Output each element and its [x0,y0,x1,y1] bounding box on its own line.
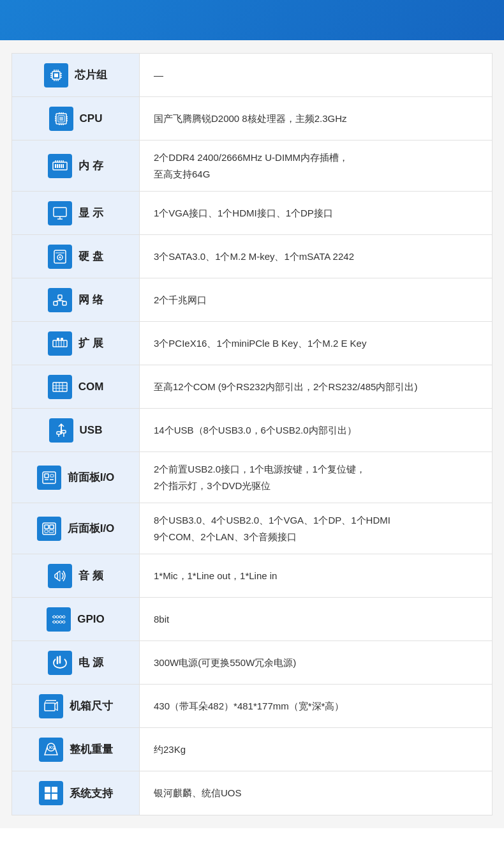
spec-label-text-com: COM [78,381,104,393]
svg-rect-100 [45,787,50,792]
spec-label-rear-io: 后面板I/O [12,503,140,554]
svg-rect-34 [63,164,64,168]
svg-point-84 [56,616,59,618]
svg-rect-72 [45,474,48,478]
spec-row-memory: 内 存2个DDR4 2400/2666MHz U-DIMM内存插槽，至高支持64… [12,140,492,192]
os-icon [39,781,63,805]
svg-rect-77 [45,525,48,529]
svg-rect-73 [50,474,54,477]
spec-label-display: 显 示 [12,192,140,234]
weight-icon: KG [39,738,63,762]
spec-row-gpio: GPIO8bit [12,598,492,641]
spec-label-text-rear-io: 后面板I/O [68,521,115,536]
spec-table-container: 芯片组—CPU国产飞腾腾锐D2000 8核处理器，主频2.3GHz内 存2个DD… [0,40,504,828]
spec-value-audio: 1*Mic，1*Line out，1*Line in [140,554,492,597]
svg-point-83 [53,616,56,618]
spec-row-weight: KG整机重量约23Kg [12,728,492,771]
spec-label-text-gpio: GPIO [77,613,105,626]
rear-io-icon [37,517,61,541]
spec-value-os: 银河麒麟、统信UOS [140,771,492,815]
spec-label-text-case-size: 机箱尺寸 [70,699,113,713]
spec-label-text-chipset: 芯片组 [75,68,107,82]
svg-rect-80 [49,530,54,533]
spec-value-front-io: 2个前置USB2.0接口，1个电源按键，1个复位键，2个指示灯，3个DVD光驱位 [140,452,492,503]
cpu-icon [49,107,73,131]
svg-rect-53 [53,340,67,347]
spec-label-text-front-io: 前面板I/O [68,470,115,485]
spec-value-weight: 约23Kg [140,728,492,771]
spec-label-cpu: CPU [12,97,140,140]
svg-point-45 [59,256,61,258]
gpio-icon [47,607,71,632]
spec-table: 芯片组—CPU国产飞腾腾锐D2000 8核处理器，主频2.3GHz内 存2个DD… [11,53,493,815]
page-wrapper: 芯片组—CPU国产飞腾腾锐D2000 8核处理器，主频2.3GHz内 存2个DD… [0,0,504,828]
spec-row-display: 显 示1个VGA接口、1个HDMI接口、1个DP接口 [12,192,492,235]
svg-point-89 [59,621,62,623]
svg-rect-59 [61,338,63,340]
spec-value-memory: 2个DDR4 2400/2666MHz U-DIMM内存插槽，至高支持64G [140,140,492,191]
spec-value-hdd: 3个SATA3.0、1个M.2 M-key、1个mSATA 2242 [140,235,492,278]
spec-label-text-weight: 整机重量 [70,742,113,757]
svg-line-52 [60,300,64,301]
spec-value-gpio: 8bit [140,598,492,640]
spec-value-usb: 14个USB（8个USB3.0，6个USB2.0内部引出） [140,409,492,451]
svg-rect-30 [55,164,56,168]
svg-rect-78 [50,525,54,529]
svg-rect-1 [54,73,58,77]
spec-label-text-hdd: 硬 盘 [78,249,103,264]
expansion-icon [48,331,72,356]
spec-row-usb: USB14个USB（8个USB3.0，6个USB2.0内部引出） [12,409,492,452]
spec-row-hdd: 硬 盘3个SATA3.0、1个M.2 M-key、1个mSATA 2242 [12,235,492,278]
svg-rect-92 [45,703,55,711]
spec-row-cpu: CPU国产飞腾腾锐D2000 8核处理器，主频2.3GHz [12,97,492,140]
spec-label-text-cpu: CPU [80,112,103,125]
svg-point-90 [63,621,65,623]
spec-row-power: 电 源300W电源(可更换550W冗余电源) [12,641,492,685]
spec-label-front-io: 前面板I/O [12,452,140,503]
spec-row-network: 网 络2个千兆网口 [12,278,492,322]
svg-rect-101 [52,787,57,792]
svg-rect-67 [57,432,61,434]
spec-label-text-power: 电 源 [78,655,103,670]
spec-row-expansion: 扩 展3个PCIeX16、1个miniPCle B Key、1个M.2 E Ke… [12,322,492,365]
spec-label-text-network: 网 络 [78,292,103,307]
spec-label-memory: 内 存 [12,140,140,191]
network-icon [48,288,72,312]
spec-value-network: 2个千兆网口 [140,278,492,321]
front-io-icon [37,466,61,490]
spec-value-com: 至高12个COM (9个RS232内部引出，2个RS232/485内部引出) [140,365,492,408]
spec-value-case-size: 430（带耳朵482）*481*177mm（宽*深*高） [140,685,492,727]
svg-rect-103 [52,794,57,800]
spec-value-chipset: — [140,54,492,96]
spec-label-power: 电 源 [12,641,140,684]
usb-icon [49,418,73,443]
spec-value-power: 300W电源(可更换550W冗余电源) [140,641,492,684]
svg-rect-31 [57,164,58,168]
audio-icon [48,564,72,588]
svg-line-51 [56,300,60,301]
spec-row-audio: 音 频1*Mic，1*Line out，1*Line in [12,554,492,598]
svg-rect-47 [54,301,57,305]
svg-rect-102 [45,794,50,800]
spec-row-os: 系统支持银河麒麟、统信UOS [12,771,492,815]
spec-label-text-audio: 音 频 [78,568,103,583]
spec-label-usb: USB [12,409,140,451]
case-size-icon [39,694,63,718]
svg-rect-58 [57,338,59,340]
spec-label-chipset: 芯片组 [12,54,140,96]
spec-label-hdd: 硬 盘 [12,235,140,278]
svg-point-87 [53,621,56,623]
svg-rect-68 [62,430,66,433]
svg-rect-33 [61,164,62,168]
spec-label-audio: 音 频 [12,554,140,597]
spec-value-rear-io: 8个USB3.0、4个USB2.0、1个VGA、1个DP、1个HDMI9个COM… [140,503,492,554]
header [0,0,504,40]
spec-label-os: 系统支持 [12,771,140,815]
spec-value-display: 1个VGA接口、1个HDMI接口、1个DP接口 [140,192,492,234]
svg-rect-60 [53,383,67,391]
spec-label-case-size: 机箱尺寸 [12,685,140,727]
svg-rect-48 [63,301,66,305]
svg-point-88 [56,621,59,623]
spec-row-chipset: 芯片组— [12,54,492,97]
spec-row-rear-io: 后面板I/O8个USB3.0、4个USB2.0、1个VGA、1个DP、1个HDM… [12,503,492,554]
